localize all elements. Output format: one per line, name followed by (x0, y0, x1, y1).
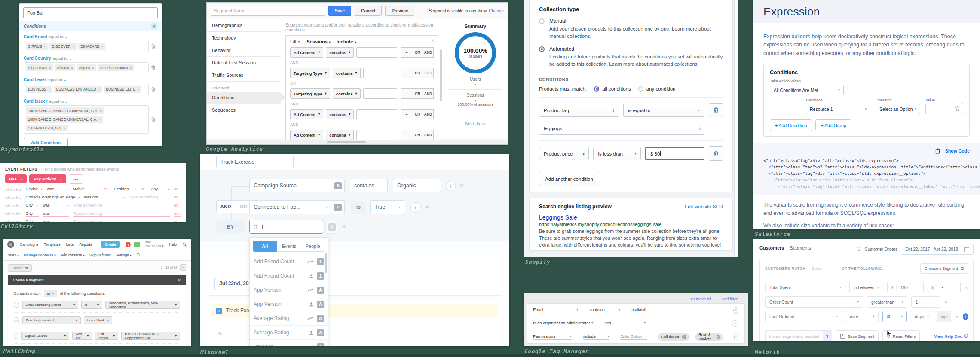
field-select[interactable]: Targeting Type▾ (290, 68, 330, 78)
copy-code-icon[interactable] (935, 147, 940, 155)
field-select[interactable]: City⌄ (26, 211, 39, 217)
operator-select[interactable]: was not▾ (72, 332, 92, 340)
all-conditions-option[interactable]: all conditions (594, 86, 631, 92)
operator-select[interactable]: contains▾ (326, 109, 354, 119)
remove-row-button[interactable]: – (401, 109, 412, 119)
next-page-button[interactable]: › (180, 264, 187, 271)
value-select[interactable]: Organic⌄ (393, 179, 441, 192)
field-select[interactable]: Card Brandequal to ⌄ (24, 34, 67, 39)
remove-row-icon[interactable]: ✕ (459, 183, 464, 189)
remove-row-button[interactable]: – (401, 68, 412, 78)
sidebar-item-sequences[interactable]: Sequences (207, 104, 281, 116)
tag-value-input[interactable]: leggings▴▾ (539, 122, 705, 135)
choose-segment-button[interactable]: Choose a Segment⊞ (920, 263, 968, 274)
save-segment-button[interactable]: Save Segment (836, 330, 879, 341)
field-select[interactable]: Total Spent▾ (765, 282, 845, 293)
field-select[interactable]: Date login created▾ (22, 316, 81, 324)
subnav-signup-forms[interactable]: Signup forms (89, 253, 111, 257)
close-icon[interactable]: ✕ (431, 38, 435, 43)
days-value-input[interactable]: 30▴▾ (882, 311, 907, 322)
trash-icon[interactable] (149, 65, 157, 70)
operator-select[interactable]: is equal to▾ (623, 104, 704, 117)
unit-select[interactable]: days▴▾ (911, 311, 933, 322)
subnav-settings[interactable]: Settings ▾ (116, 253, 132, 257)
event-select[interactable]: Track Exercise⌄ (216, 156, 294, 168)
field-select[interactable]: Ad Content▾ (290, 109, 323, 119)
search-icon[interactable] (182, 242, 187, 247)
operator-select[interactable]: contains⌄ (350, 179, 388, 192)
automated-radio[interactable] (539, 46, 545, 52)
operator-select[interactable]: contains▾ (333, 88, 361, 99)
remove-row-button[interactable]: – (401, 47, 412, 58)
automated-collections-link[interactable]: automated collections. (649, 61, 698, 67)
property-search-input[interactable]: I (249, 220, 323, 234)
take-action-select[interactable]: All Conditions Are Met▾ (770, 85, 844, 95)
field-select[interactable]: Last Ordered▾ (765, 311, 842, 322)
remove-row-icon[interactable]: ✕ (342, 223, 346, 229)
or-link[interactable]: or... (174, 211, 181, 217)
help-link[interactable]: Help (169, 242, 177, 247)
trash-icon[interactable] (149, 87, 157, 92)
chip-list[interactable]: CIRRUS× DISCOVER× DINACARD× (24, 41, 149, 52)
value-input[interactable]: asdfasdf (632, 308, 723, 313)
automated-label[interactable]: Automated (549, 46, 723, 52)
field-select[interactable]: Ad Content▾ (290, 130, 323, 140)
source-select[interactable]: List Import▾ (95, 332, 118, 340)
field-select[interactable]: Card Countryequal to ⌄ (24, 56, 72, 61)
tab-events[interactable]: Events (277, 241, 301, 252)
subnav-add-contacts[interactable]: Add contacts ▾ (61, 253, 85, 257)
collapse-icon[interactable]: ⟨ (446, 181, 456, 191)
field-select[interactable]: Card Levelequal to ⌄ (24, 77, 66, 82)
price-value-input[interactable]: $ 30 (645, 147, 704, 160)
value-select[interactable]: Any⌄ (151, 186, 170, 192)
operator-select[interactable]: is▾ (81, 301, 102, 309)
manual-label[interactable]: Manual (549, 18, 723, 24)
seo-result-title[interactable]: Leggings Sale (539, 214, 723, 221)
notification-badge[interactable]: 1 (126, 242, 131, 247)
field-select[interactable]: City⌄ (26, 203, 39, 208)
chip-list[interactable]: Afghanistan× Albania× Algeria× American … (24, 62, 149, 73)
remove-all-link[interactable]: Remove all (691, 296, 711, 301)
or-link[interactable]: or... (174, 187, 181, 192)
field-select[interactable]: Is an organization administrator▾ (533, 320, 593, 326)
remove-row-button[interactable]: – (401, 130, 412, 140)
value-input[interactable]: Enter Option (620, 334, 647, 340)
match-select[interactable]: Selec⌄ (809, 264, 838, 273)
nav-lists[interactable]: Lists (66, 242, 74, 247)
value-input[interactable] (356, 130, 397, 140)
value-select[interactable]: True⌄ (370, 200, 405, 214)
count-input[interactable]: 1 (911, 296, 940, 308)
and-toggle[interactable]: AND (216, 200, 235, 213)
field-select[interactable]: Email Marketing Status▾ (22, 301, 79, 309)
operator-select[interactable]: contains▾ (333, 68, 361, 78)
chip-list[interactable]: 100% BANCO, BANCO COMERCIAL, C.A.× 100% … (24, 105, 149, 134)
operator-select[interactable]: is not blank▾ (84, 316, 112, 324)
operator-select[interactable]: Select an Option▾ (876, 104, 920, 114)
value-select[interactable]: Mobile⌄ (73, 186, 100, 192)
segment-name-input[interactable]: Foo Bar (23, 7, 158, 18)
field-select[interactable]: Product tag▴▾ (539, 104, 619, 117)
checkbox-checked-icon[interactable]: ✓ (216, 308, 222, 314)
tab-people[interactable]: People (301, 241, 325, 252)
amount-input-group[interactable]: $160 (887, 282, 924, 293)
remove-row-icon[interactable]: ✕ (965, 285, 968, 290)
field-select[interactable]: Targeting Type▾ (290, 88, 330, 99)
and-button[interactable]: AND (423, 130, 434, 140)
search-icon[interactable] (136, 253, 141, 258)
field-select[interactable]: Product price▴▾ (539, 147, 589, 160)
operator-select[interactable]: greater than▴▾ (867, 296, 907, 308)
subnav-stats[interactable]: Stats ▾ (8, 253, 19, 257)
operator-select[interactable]: was not⌄ (84, 195, 126, 200)
operator-select[interactable]: was⌄ (43, 219, 69, 222)
avatar[interactable] (134, 242, 140, 247)
or-link[interactable]: or... (174, 195, 181, 200)
field-select[interactable]: Console Warnings on Page⌄ (26, 195, 80, 200)
cancel-button[interactable]: Cancel (355, 6, 382, 16)
nav-reports[interactable]: Reports (79, 242, 92, 247)
chip-list[interactable]: BUSINESS× BUSINESS ENHANCED× BUSINESS EL… (24, 84, 149, 95)
scrollbar[interactable] (440, 49, 442, 101)
or-button[interactable]: OR (412, 130, 423, 140)
or-button[interactable]: OR (412, 88, 423, 99)
or-link[interactable]: or... (174, 220, 181, 222)
nav-campaigns[interactable]: Campaigns (20, 242, 38, 247)
